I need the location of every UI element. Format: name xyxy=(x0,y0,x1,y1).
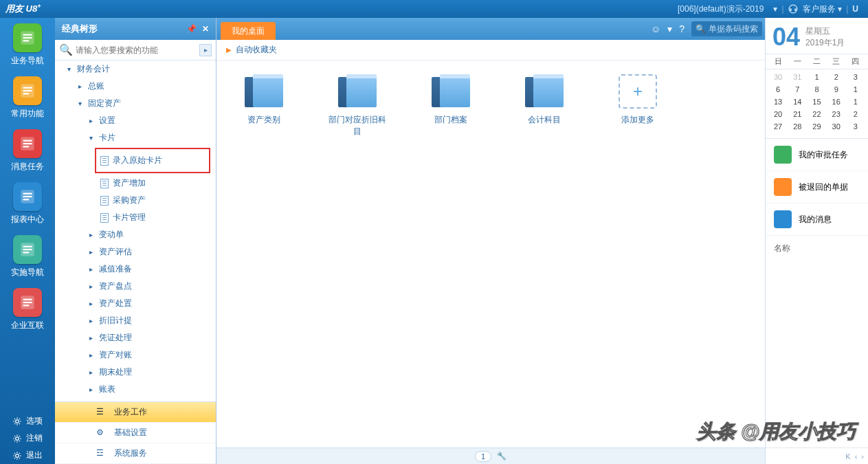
rail-item-1[interactable]: 常用功能 xyxy=(6,76,49,120)
wrench-icon[interactable]: 🔧 xyxy=(497,452,507,461)
tree-node-sub-6[interactable]: ▸凭证处理 xyxy=(55,329,216,346)
tree-node-sub-7[interactable]: ▸资产对账 xyxy=(55,346,216,364)
cal-cell[interactable]: 28 xyxy=(788,120,807,133)
dropdown-icon[interactable]: ▾ xyxy=(667,23,672,34)
pin-icon[interactable]: 📌 xyxy=(186,24,197,34)
desktop-item-1[interactable]: 部门对应折旧科目 xyxy=(326,74,388,137)
tree-node-card[interactable]: ▾卡片 xyxy=(55,129,216,146)
tree-node-sub-3[interactable]: ▸资产盘点 xyxy=(55,278,216,295)
help-icon[interactable]: ? xyxy=(679,23,685,34)
tree-node-sub-1[interactable]: ▸资产评估 xyxy=(55,243,216,261)
day-number: 04 xyxy=(772,25,800,49)
environment-label: [006](default)演示-2019 xyxy=(678,3,764,15)
cal-cell[interactable]: 20 xyxy=(768,108,788,120)
barcode-search[interactable]: 🔍 单据条码搜索 xyxy=(691,21,762,36)
rail-icon xyxy=(13,76,42,105)
env-dropdown-icon[interactable]: ▾ xyxy=(773,4,777,14)
task-list: 我的审批任务 被退回的单据 我的消息 xyxy=(766,138,868,236)
prev-icon[interactable]: ‹ xyxy=(855,452,858,461)
rail-bottom-1[interactable]: 注销 xyxy=(7,430,48,447)
svg-point-27 xyxy=(16,419,19,423)
desktop-item-3[interactable]: 会计科目 xyxy=(513,74,575,137)
rail-item-4[interactable]: 实施导航 xyxy=(6,235,49,278)
folder-icon xyxy=(525,74,564,109)
footer-tab-business[interactable]: ☰业务工作 xyxy=(55,402,216,423)
auto-favorites-bar[interactable]: ▶ 自动收藏夹 xyxy=(216,40,765,60)
rail-item-2[interactable]: 消息任务 xyxy=(6,129,49,173)
list-icon: ☰ xyxy=(96,407,107,418)
tree-node-sub-4[interactable]: ▸资产处置 xyxy=(55,295,216,312)
cal-cell[interactable]: 21 xyxy=(788,108,807,120)
tree-node-highlighted[interactable]: 录入原始卡片 xyxy=(95,148,210,173)
cal-cell[interactable]: 31 xyxy=(788,71,807,83)
cal-cell[interactable]: 27 xyxy=(768,120,788,133)
rail-bottom-2[interactable]: 退出 xyxy=(7,447,48,464)
task-item-0[interactable]: 我的审批任务 xyxy=(766,139,868,171)
k-label: K xyxy=(845,452,850,461)
gear-icon: ⚙ xyxy=(96,428,107,439)
cal-cell[interactable]: 7 xyxy=(788,83,807,96)
footer-tab-system[interactable]: ☲系统服务 xyxy=(55,443,216,464)
task-item-1[interactable]: 被退回的单据 xyxy=(766,171,868,203)
tree-node-sub-0[interactable]: ▸变动单 xyxy=(55,226,216,243)
desktop-tab[interactable]: 我的桌面 xyxy=(221,22,276,40)
cal-cell[interactable]: 2 xyxy=(827,71,846,83)
desktop-item-0[interactable]: 资产类别 xyxy=(233,74,295,137)
page-number[interactable]: 1 xyxy=(475,451,491,462)
yearmonth-label: 2019年1月 xyxy=(805,37,845,49)
doc-icon xyxy=(100,213,109,223)
next-icon[interactable]: › xyxy=(861,452,864,461)
cal-cell[interactable]: 1 xyxy=(846,96,865,108)
rail-item-5[interactable]: 企业互联 xyxy=(6,288,49,331)
u8-menu-button[interactable]: U xyxy=(852,4,858,14)
tree-node-card-manage[interactable]: 卡片管理 xyxy=(55,209,216,226)
tree-node-fixed-assets[interactable]: ▾固定资产 xyxy=(55,95,216,112)
tree-node-sub-9[interactable]: ▸账表 xyxy=(55,381,216,398)
cal-cell[interactable]: 14 xyxy=(788,96,807,108)
cal-cell[interactable]: 2 xyxy=(846,108,865,120)
svg-rect-4 xyxy=(23,34,32,36)
rail-item-3[interactable]: 报表中心 xyxy=(6,182,49,225)
cal-cell[interactable]: 22 xyxy=(807,108,826,120)
task-label: 我的消息 xyxy=(799,214,832,225)
customer-service-link[interactable]: 客户服务 ▾ xyxy=(788,3,843,15)
tree-node-finance[interactable]: ▾财务会计 xyxy=(55,60,216,78)
tree-node-asset-add[interactable]: 资产增加 xyxy=(55,175,216,192)
cal-cell[interactable]: 1 xyxy=(807,71,826,83)
tree-node-sub-8[interactable]: ▸期末处理 xyxy=(55,364,216,381)
task-item-2[interactable]: 我的消息 xyxy=(766,203,868,236)
tree-node-purchase-asset[interactable]: 采购资产 xyxy=(55,192,216,209)
tree-node-general-ledger[interactable]: ▸总账 xyxy=(55,78,216,95)
cal-cell[interactable]: 13 xyxy=(768,96,788,108)
dow-cell: 四 xyxy=(846,56,865,67)
weekday-label: 星期五 xyxy=(805,25,845,37)
center-area: 我的桌面 ☺ ▾ ? 🔍 单据条码搜索 ▶ 自动收藏夹 资产类别 部门对应折旧科… xyxy=(216,18,765,464)
smile-icon[interactable]: ☺ xyxy=(651,23,660,34)
cal-cell[interactable]: 8 xyxy=(807,83,826,96)
cal-cell[interactable]: 30 xyxy=(827,120,846,133)
desktop-grid: 资产类别 部门对应折旧科目 部门档案 会计科目 + 添加更多 xyxy=(216,60,765,448)
cal-cell[interactable]: 9 xyxy=(827,83,846,96)
cal-cell[interactable]: 30 xyxy=(768,71,788,83)
add-more-button[interactable]: + 添加更多 xyxy=(607,74,669,137)
tree-node-settings[interactable]: ▸设置 xyxy=(55,112,216,129)
tree-node-sub-2[interactable]: ▸减值准备 xyxy=(55,261,216,278)
cal-cell[interactable]: 15 xyxy=(807,96,826,108)
stack-icon: ☲ xyxy=(96,448,107,459)
cal-cell[interactable]: 23 xyxy=(827,108,846,120)
search-go-button[interactable]: ▸ xyxy=(199,44,212,56)
cal-cell[interactable]: 6 xyxy=(768,83,788,96)
footer-tab-basic[interactable]: ⚙基础设置 xyxy=(55,423,216,443)
cal-cell[interactable]: 16 xyxy=(827,96,846,108)
tree-search-input[interactable] xyxy=(76,45,199,55)
cal-cell[interactable]: 3 xyxy=(846,71,865,83)
cal-cell[interactable]: 29 xyxy=(807,120,826,133)
cal-cell[interactable]: 3 xyxy=(846,120,865,133)
tree-node-sub-5[interactable]: ▸折旧计提 xyxy=(55,312,216,329)
desktop-item-2[interactable]: 部门档案 xyxy=(420,74,482,137)
rail-bottom-0[interactable]: 选项 xyxy=(7,412,48,430)
rail-item-0[interactable]: 业务导航 xyxy=(6,23,49,67)
svg-rect-20 xyxy=(23,246,32,247)
cal-cell[interactable]: 1 xyxy=(846,83,865,96)
close-icon[interactable]: ✕ xyxy=(202,24,209,34)
